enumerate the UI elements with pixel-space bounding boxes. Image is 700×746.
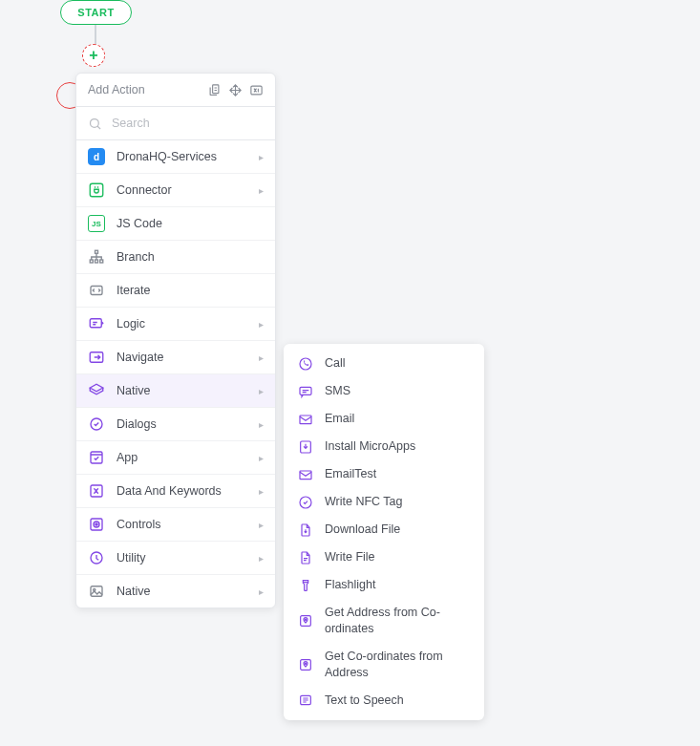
menu-item-label: Branch [117, 250, 264, 264]
svg-point-29 [305, 663, 306, 664]
svg-rect-7 [100, 260, 103, 263]
svg-rect-6 [95, 260, 98, 263]
image-icon [88, 583, 105, 600]
chevron-right-icon: ▸ [259, 386, 264, 396]
submenu-item-write-file[interactable]: Write File [284, 544, 484, 571]
paste-icon[interactable] [206, 82, 222, 97]
submenu-item-download-file[interactable]: Download File [284, 516, 484, 544]
submenu-item-label: Download File [325, 522, 400, 538]
menu-item-app[interactable]: App ▸ [76, 441, 275, 475]
email-icon [297, 411, 313, 427]
dronahq-icon: d [88, 148, 105, 165]
submenu-item-label: Get Address from Co-ordinates [325, 605, 471, 637]
menu-item-label: DronaHQ-Services [117, 150, 247, 163]
submenu-item-sms[interactable]: SMS [284, 377, 484, 405]
svg-rect-9 [90, 319, 101, 328]
start-node[interactable]: START [60, 0, 132, 25]
svg-rect-21 [300, 387, 311, 394]
svg-rect-5 [90, 260, 93, 263]
svg-point-27 [305, 619, 306, 620]
menu-item-controls[interactable]: Controls ▸ [76, 508, 275, 542]
branch-icon [88, 248, 105, 266]
chevron-right-icon: ▸ [259, 319, 264, 330]
submenu-item-call[interactable]: Call [284, 350, 484, 377]
chevron-right-icon: ▸ [259, 185, 264, 196]
move-icon[interactable] [227, 82, 243, 97]
menu-item-native[interactable]: Native ▸ [76, 374, 275, 408]
chevron-right-icon: ▸ [259, 486, 264, 497]
chevron-right-icon: ▸ [259, 520, 264, 530]
menu-item-branch[interactable]: Branch [76, 241, 275, 274]
menu-item-logic[interactable]: Logic ▸ [76, 308, 275, 341]
menu-item-label: Connector [117, 183, 247, 197]
submenu-item-label: Install MicroApps [325, 438, 415, 455]
menu-item-dronahq-services[interactable]: d DronaHQ-Services ▸ [76, 140, 275, 174]
variable-icon[interactable] [248, 82, 264, 97]
menu-item-utility[interactable]: Utility ▸ [76, 542, 275, 575]
connector-icon [88, 181, 105, 199]
submenu-item-email[interactable]: Email [284, 405, 484, 433]
submenu-item-label: Flashlight [325, 577, 376, 593]
submenu-item-install-microapps[interactable]: Install MicroApps [284, 433, 484, 460]
download-icon [297, 438, 313, 455]
menu-item-label: Native [117, 585, 247, 598]
iterate-icon [88, 282, 105, 299]
menu-item-native-2[interactable]: Native ▸ [76, 575, 275, 607]
submenu-item-text-to-speech[interactable]: Text to Speech [284, 687, 484, 714]
flashlight-icon [297, 577, 313, 593]
dropdown-header: Add Action [76, 74, 275, 107]
submenu-item-label: Email [325, 411, 354, 427]
add-action-plus[interactable]: + [82, 44, 105, 67]
chevron-right-icon: ▸ [259, 453, 264, 463]
submenu-item-label: Call [325, 355, 346, 372]
speech-icon [297, 693, 313, 709]
app-icon [88, 449, 105, 466]
menu-item-label: App [117, 451, 247, 464]
menu-item-navigate[interactable]: Navigate ▸ [76, 341, 275, 374]
search-row [76, 107, 275, 140]
svg-rect-12 [91, 452, 102, 463]
menu-item-js-code[interactable]: JS JS Code [76, 207, 275, 241]
menu-item-label: Dialogs [117, 417, 247, 431]
submenu-item-get-address[interactable]: Get Address from Co-ordinates [284, 599, 484, 643]
dropdown-header-actions [206, 82, 264, 97]
svg-rect-4 [95, 250, 98, 253]
menu-item-dialogs[interactable]: Dialogs ▸ [76, 408, 275, 441]
search-input[interactable] [112, 113, 264, 134]
sms-icon [297, 383, 313, 399]
email-icon [297, 466, 313, 482]
nfc-icon [297, 494, 313, 510]
svg-rect-22 [300, 416, 311, 424]
svg-rect-18 [91, 586, 102, 597]
phone-icon [297, 355, 313, 372]
submenu-item-write-nfc[interactable]: Write NFC Tag [284, 488, 484, 516]
submenu-item-label: Text to Speech [325, 693, 404, 709]
logic-icon [88, 315, 105, 332]
submenu-item-label: SMS [325, 383, 350, 399]
menu-item-iterate[interactable]: Iterate [76, 274, 275, 308]
submenu-item-get-coordinates[interactable]: Get Co-ordinates from Address [284, 643, 484, 687]
start-label: START [77, 7, 114, 18]
menu-item-label: Controls [117, 518, 247, 531]
dialogs-icon [88, 416, 105, 433]
menu-item-label: Native [117, 384, 247, 397]
navigate-icon [88, 349, 105, 366]
add-action-dropdown: Add Action d DronaHQ-Services ▸ Con [75, 73, 276, 608]
submenu-item-flashlight[interactable]: Flashlight [284, 571, 484, 599]
menu-item-label: JS Code [117, 217, 264, 230]
chevron-right-icon: ▸ [259, 419, 264, 430]
js-icon: JS [88, 215, 105, 232]
location-icon [297, 656, 313, 672]
plus-icon: + [89, 47, 97, 64]
svg-point-16 [95, 523, 97, 525]
chevron-right-icon: ▸ [259, 152, 264, 162]
chevron-right-icon: ▸ [259, 586, 264, 597]
submenu-item-label: Get Co-ordinates from Address [325, 649, 471, 681]
file-download-icon [297, 522, 313, 538]
search-icon [88, 117, 102, 131]
menu-item-label: Utility [117, 551, 247, 565]
menu-item-connector[interactable]: Connector ▸ [76, 174, 275, 207]
menu-item-data-keywords[interactable]: Data And Keywords ▸ [76, 475, 275, 508]
chevron-right-icon: ▸ [259, 352, 264, 363]
submenu-item-emailtest[interactable]: EmailTest [284, 460, 484, 488]
